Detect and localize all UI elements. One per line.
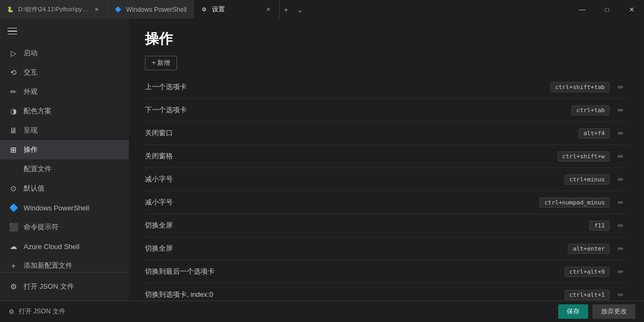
hamburger-line-3	[8, 34, 17, 35]
tab-settings-label: 设置	[212, 5, 225, 14]
tab-settings-close[interactable]: ✕	[264, 5, 273, 14]
sidebar-bottom: ⚙ 打开 JSON 文件	[0, 272, 129, 301]
sidebar-item-rendering[interactable]: 🖥 呈现	[0, 121, 129, 140]
action-label: 切换全屏	[145, 221, 589, 230]
actions-list: 上一个选项卡ctrl+shift+tab✏下一个选项卡ctrl+tab✏关闭窗口…	[129, 76, 644, 301]
action-edit-button[interactable]: ✏	[613, 241, 628, 256]
open-json-button[interactable]: ⚙ 打开 JSON 文件	[0, 277, 129, 296]
sidebar-top	[0, 19, 129, 43]
action-edit-button[interactable]: ✏	[613, 126, 628, 141]
action-shortcut: alt+f4	[579, 128, 610, 138]
appearance-icon: ✏	[9, 87, 18, 97]
colorscheme-icon: ◑	[9, 106, 18, 116]
action-edit-button[interactable]: ✏	[613, 79, 628, 94]
tab-settings[interactable]: ⚙ 设置 ✕	[194, 0, 280, 19]
action-edit-button[interactable]: ✏	[613, 195, 628, 210]
actions-icon: ⊞	[9, 145, 18, 155]
sidebar-item-azure-label: Azure Cloud Shell	[24, 243, 79, 251]
action-row: 关闭窗口alt+f4✏	[145, 122, 628, 145]
action-label: 切换到最后一个选项卡	[145, 267, 565, 276]
close-button[interactable]: ✕	[619, 0, 644, 19]
sidebar-item-startup-label: 启动	[24, 48, 38, 58]
action-shortcut: ctrl+shift+tab	[550, 82, 610, 92]
discard-button[interactable]: 放弃更改	[592, 304, 635, 319]
tab-python[interactable]: 🐍 D:\软件\24.11\Python\python.e ✕	[0, 0, 108, 19]
sidebar-item-powershell[interactable]: 🔷 Windows PowerShell	[0, 198, 129, 217]
open-json-footer[interactable]: ⚙ 打开 JSON 文件	[9, 307, 65, 316]
python-icon: 🐍	[6, 6, 14, 13]
rendering-icon: 🖥	[9, 126, 18, 135]
sidebar-item-cmd[interactable]: ⬛ 命令提示符	[0, 217, 129, 237]
minimize-button[interactable]: —	[570, 0, 595, 19]
footer-json-label: 打开 JSON 文件	[19, 307, 65, 316]
settings-tab-icon: ⚙	[200, 6, 208, 13]
tab-overflow-button[interactable]: ⌄	[292, 5, 308, 14]
action-label: 下一个选项卡	[145, 105, 572, 115]
new-tab-button[interactable]: +	[280, 5, 292, 14]
action-edit-button[interactable]: ✏	[613, 218, 628, 233]
action-shortcut: ctrl+shift+w	[558, 151, 610, 162]
action-shortcut: ctrl+minus	[565, 174, 610, 185]
sidebar-item-interaction[interactable]: ⟲ 交互	[0, 63, 129, 82]
sidebar-item-appearance[interactable]: ✏ 外观	[0, 82, 129, 101]
sidebar-item-addprofile[interactable]: + 添加新配置文件	[0, 256, 129, 272]
powershell-tab-icon: 🔷	[114, 6, 122, 13]
action-label: 上一个选项卡	[145, 82, 550, 92]
sidebar-item-defaults[interactable]: ⊙ 默认值	[0, 179, 129, 198]
action-row: 切换全屏alt+enter✏	[145, 237, 628, 260]
add-action-button[interactable]: + 新增	[145, 56, 177, 70]
json-icon: ⚙	[9, 282, 18, 291]
sidebar-item-cmd-label: 命令提示符	[24, 222, 58, 232]
addprofile-icon: +	[9, 261, 18, 270]
defaults-icon: ⊙	[9, 184, 18, 193]
action-row: 减小字号ctrl+numpad_minus✏	[145, 191, 628, 214]
content-header: 操作 + 新增	[129, 19, 644, 76]
action-edit-button[interactable]: ✏	[613, 287, 628, 301]
action-row: 关闭窗格ctrl+shift+w✏	[145, 145, 628, 168]
sidebar: ▷ 启动 ⟲ 交互 ✏ 外观 ◑ 配色方案 🖥 呈现 ⊞ 操作	[0, 19, 129, 301]
action-row: 下一个选项卡ctrl+tab✏	[145, 99, 628, 122]
profiles-icon	[9, 164, 18, 174]
sidebar-item-rendering-label: 呈现	[24, 126, 38, 135]
sidebar-item-interaction-label: 交互	[24, 68, 38, 77]
sidebar-item-colorscheme[interactable]: ◑ 配色方案	[0, 101, 129, 121]
tab-powershell[interactable]: 🔷 Windows PowerShell	[108, 0, 194, 19]
action-row: 减小字号ctrl+minus✏	[145, 168, 628, 191]
sidebar-item-powershell-label: Windows PowerShell	[24, 204, 89, 212]
action-label: 减小字号	[145, 197, 539, 207]
save-button[interactable]: 保存	[558, 304, 588, 319]
action-row: 上一个选项卡ctrl+shift+tab✏	[145, 76, 628, 99]
page-title: 操作	[145, 30, 628, 48]
action-label: 关闭窗口	[145, 128, 579, 138]
sidebar-item-appearance-label: 外观	[24, 87, 38, 97]
sidebar-item-azure[interactable]: ☁ Azure Cloud Shell	[0, 237, 129, 256]
content-area: 操作 + 新增 上一个选项卡ctrl+shift+tab✏下一个选项卡ctrl+…	[129, 19, 644, 301]
powershell-icon: 🔷	[9, 203, 18, 213]
action-edit-button[interactable]: ✏	[613, 149, 628, 164]
hamburger-line-2	[8, 31, 17, 32]
tab-python-label: D:\软件\24.11\Python\python.e	[18, 5, 88, 13]
sidebar-item-actions[interactable]: ⊞ 操作	[0, 140, 129, 159]
action-label: 切换到选项卡, index:0	[145, 290, 565, 299]
maximize-button[interactable]: □	[595, 0, 619, 19]
sidebar-item-startup[interactable]: ▷ 启动	[0, 43, 129, 63]
sidebar-item-colorscheme-label: 配色方案	[24, 106, 52, 116]
sidebar-item-actions-label: 操作	[24, 145, 38, 155]
action-label: 切换全屏	[145, 244, 568, 253]
hamburger-menu[interactable]	[4, 23, 20, 39]
action-edit-button[interactable]: ✏	[613, 264, 628, 279]
window-controls: — □ ✕	[570, 0, 644, 19]
action-edit-button[interactable]: ✏	[613, 103, 628, 118]
titlebar-tabs: 🐍 D:\软件\24.11\Python\python.e ✕ 🔷 Window…	[0, 0, 570, 19]
open-json-label: 打开 JSON 文件	[24, 282, 74, 291]
titlebar: 🐍 D:\软件\24.11\Python\python.e ✕ 🔷 Window…	[0, 0, 644, 19]
action-edit-button[interactable]: ✏	[613, 172, 628, 187]
tab-python-close[interactable]: ✕	[92, 5, 101, 14]
sidebar-item-addprofile-label: 添加新配置文件	[24, 261, 72, 270]
action-shortcut: alt+enter	[568, 244, 610, 254]
action-row: 切换到最后一个选项卡ctrl+alt+9✏	[145, 260, 628, 283]
interaction-icon: ⟲	[9, 68, 18, 77]
action-row: 切换到选项卡, index:0ctrl+alt+1✏	[145, 283, 628, 301]
sidebar-item-profiles[interactable]: 配置文件	[0, 159, 129, 179]
startup-icon: ▷	[9, 48, 18, 58]
